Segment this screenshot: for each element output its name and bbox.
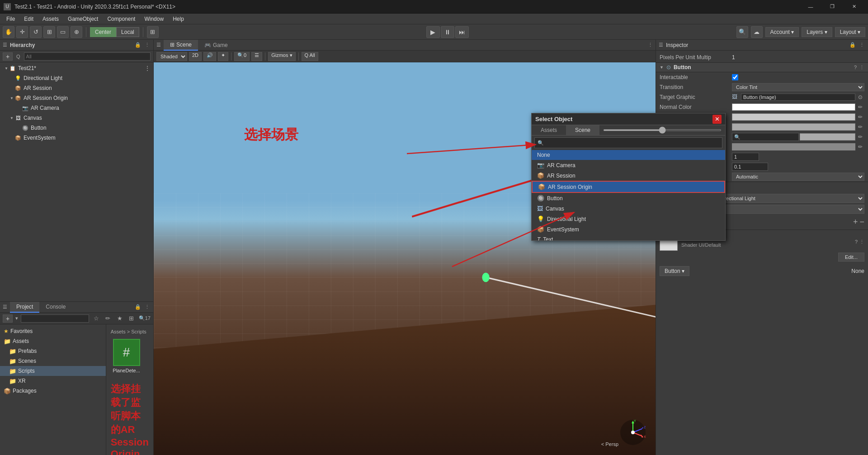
interactable-checkbox[interactable] xyxy=(732,74,738,80)
directional-light-dropdown[interactable]: Directional Light xyxy=(716,194,864,203)
grid-button[interactable]: ⊞ xyxy=(147,26,159,38)
normal-color-swatch[interactable] xyxy=(732,103,855,111)
project-tree-prefabs[interactable]: 📁 Prefabs xyxy=(0,346,106,356)
material-help-icon[interactable]: ? xyxy=(855,239,858,244)
dialog-item-button[interactable]: 🔘 Button xyxy=(532,193,725,203)
play-button[interactable]: ▶ xyxy=(426,26,440,38)
file-item-planedete[interactable]: # PlaneDete... xyxy=(111,339,142,373)
audio-button[interactable]: 🔊 xyxy=(203,52,216,61)
project-search-input[interactable] xyxy=(21,314,89,323)
selected-search-input[interactable] xyxy=(732,133,799,141)
project-options-icon[interactable]: ⋮ xyxy=(143,304,151,311)
fx-button[interactable]: ✦ xyxy=(218,52,228,61)
inspector-lock-icon[interactable]: 🔒 xyxy=(849,42,856,49)
highlighted-color-swatch[interactable] xyxy=(732,113,855,121)
maximize-button[interactable]: ❐ xyxy=(822,0,843,14)
project-tree-favorites[interactable]: ★ Favorites xyxy=(0,326,106,336)
dialog-tab-assets[interactable]: Assets xyxy=(532,125,566,135)
tab-game[interactable]: 🎮Game xyxy=(198,40,234,50)
dialog-tab-scene[interactable]: Scene xyxy=(566,125,599,135)
material-options-icon[interactable]: ⋮ xyxy=(859,239,864,245)
edit-button[interactable]: Edit... xyxy=(838,253,864,262)
dialog-item-ar-session[interactable]: 📦 AR Session xyxy=(532,170,725,181)
disabled-color-swatch[interactable] xyxy=(732,143,855,150)
scene-options-icon[interactable]: ⋮ xyxy=(648,42,653,48)
close-button[interactable]: ✕ xyxy=(844,0,864,14)
button-section-help[interactable]: ? xyxy=(854,65,857,70)
gizmos-button[interactable]: Gizmos ▾ xyxy=(268,52,295,61)
project-favorite-icon[interactable]: ☆ xyxy=(92,314,101,323)
hierarchy-item-canvas[interactable]: ▼ 🖼 Canvas xyxy=(0,113,153,123)
2d-toggle[interactable]: 2D xyxy=(189,52,202,61)
shading-dropdown[interactable]: Shaded xyxy=(156,52,187,61)
transition-dropdown[interactable]: Color Tint xyxy=(732,83,864,91)
dialog-size-slider[interactable] xyxy=(603,129,722,131)
tab-project[interactable]: Project xyxy=(10,302,39,313)
button-status-dropdown[interactable]: Button ▾ xyxy=(660,266,689,276)
rotate-tool-button[interactable]: ↺ xyxy=(30,26,42,38)
hierarchy-item-directional-light[interactable]: 💡 Directional Light xyxy=(0,73,153,83)
dialog-item-directional-light[interactable]: 💡 Directional Light xyxy=(532,214,725,224)
hierarchy-item-ar-session-origin[interactable]: ▼ 📦 AR Session Origin xyxy=(0,93,153,103)
inspector-options-icon[interactable]: ⋮ xyxy=(858,42,865,49)
pressed-color-pick-icon[interactable]: ✏ xyxy=(856,123,864,131)
project-add-button[interactable]: + xyxy=(3,314,13,323)
selected-color-swatch[interactable] xyxy=(800,133,855,141)
rect-tool-button[interactable]: ▭ xyxy=(57,26,69,38)
tab-console[interactable]: Console xyxy=(39,302,72,313)
cloud-icon[interactable]: ☁ xyxy=(751,26,763,38)
test21-menu-icon[interactable]: ⋮ xyxy=(142,65,153,72)
target-graphic-pick-icon[interactable]: ⊙ xyxy=(856,93,864,101)
hierarchy-item-ar-camera[interactable]: 📷 AR Camera xyxy=(0,103,153,113)
navigation-dropdown[interactable]: Automatic xyxy=(732,173,864,181)
search-icon[interactable]: 🔍 xyxy=(736,26,748,38)
hierarchy-search-input[interactable] xyxy=(24,52,151,61)
hierarchy-item-button[interactable]: 🔘 Button xyxy=(0,123,153,133)
onclick-add-icon[interactable]: + xyxy=(853,217,858,227)
layers-button[interactable]: Layers ▾ xyxy=(802,27,832,37)
minimize-button[interactable]: — xyxy=(800,0,821,14)
onclick-remove-icon[interactable]: − xyxy=(859,217,864,227)
menu-component[interactable]: Component xyxy=(103,15,140,23)
hierarchy-options-icon[interactable]: ⋮ xyxy=(143,42,151,49)
hand-tool-button[interactable]: ✋ xyxy=(3,26,14,38)
dialog-item-text[interactable]: T Text xyxy=(532,235,725,240)
highlighted-color-pick-icon[interactable]: ✏ xyxy=(856,113,864,121)
dialog-search-input[interactable] xyxy=(534,137,722,148)
menu-window[interactable]: Window xyxy=(140,15,168,23)
pressed-color-swatch[interactable] xyxy=(732,123,855,131)
menu-assets[interactable]: Assets xyxy=(38,15,63,23)
hierarchy-lock-icon[interactable]: 🔒 xyxy=(134,42,142,49)
move-tool-button[interactable]: ✛ xyxy=(16,26,28,38)
project-star-icon[interactable]: ★ xyxy=(115,314,124,323)
resolution-button[interactable]: 🔍0 xyxy=(234,52,250,61)
selected-color-pick-icon[interactable]: ✏ xyxy=(856,133,864,141)
project-tree-assets[interactable]: 📁 Assets xyxy=(0,336,106,346)
dialog-item-eventsystem[interactable]: 📦 EventSystem xyxy=(532,224,725,235)
hierarchy-item-test21[interactable]: ▼ 📋 Test21* ⋮ xyxy=(0,63,153,73)
disabled-color-pick-icon[interactable]: ✏ xyxy=(856,143,864,151)
project-lock-icon[interactable]: 🔒 xyxy=(134,304,142,311)
hierarchy-add-button[interactable]: + xyxy=(3,52,13,61)
project-filter-icon[interactable]: ✏ xyxy=(104,314,113,323)
grid-scale-button[interactable]: ☰ xyxy=(251,52,262,61)
menu-edit[interactable]: Edit xyxy=(19,15,38,23)
step-button[interactable]: ⏭ xyxy=(455,26,469,38)
color-mult-input[interactable] xyxy=(732,153,759,161)
project-tree-packages[interactable]: 📦 Packages xyxy=(0,386,106,396)
button-section-options[interactable]: ⋮ xyxy=(859,65,864,70)
local-toggle[interactable]: Local xyxy=(116,27,139,37)
dialog-item-ar-camera[interactable]: 📷 AR Camera xyxy=(532,160,725,170)
search-all-button[interactable]: Q All xyxy=(302,52,318,61)
project-tree-scripts[interactable]: 📁 Scripts xyxy=(0,366,106,376)
hierarchy-item-ar-session[interactable]: 📦 AR Session xyxy=(0,83,153,93)
center-toggle[interactable]: Center xyxy=(90,27,116,37)
button-section-arrow[interactable]: ▼ xyxy=(660,65,664,70)
account-button[interactable]: Account ▾ xyxy=(765,27,799,37)
menu-help[interactable]: Help xyxy=(168,15,189,23)
layout-button[interactable]: Layout ▾ xyxy=(835,27,865,37)
menu-gameobject[interactable]: GameObject xyxy=(63,15,103,23)
scale-tool-button[interactable]: ⊞ xyxy=(43,26,55,38)
fade-input[interactable] xyxy=(732,163,768,171)
dialog-close-button[interactable]: ✕ xyxy=(712,115,722,124)
